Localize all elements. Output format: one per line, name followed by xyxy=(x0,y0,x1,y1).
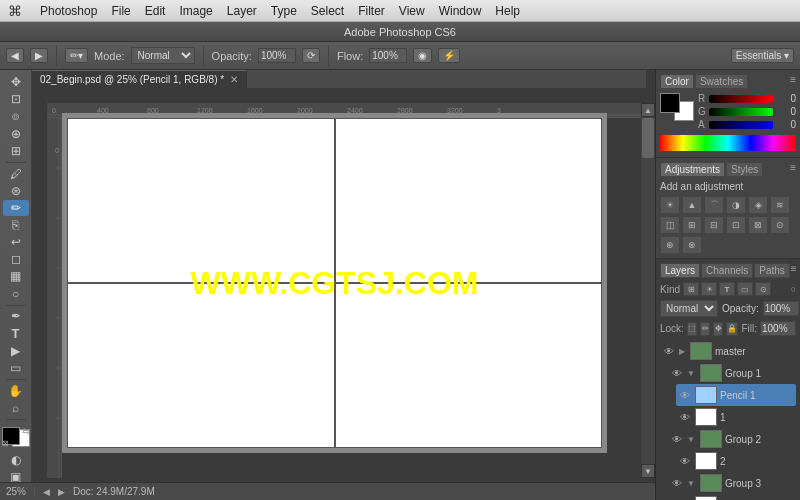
tab-styles[interactable]: Styles xyxy=(726,162,763,177)
eyedropper-tool[interactable]: 🖊 xyxy=(3,165,29,181)
adj-threshold[interactable]: ⊕ xyxy=(660,236,680,254)
scroll-down-btn[interactable]: ▼ xyxy=(641,464,655,478)
status-prev-btn[interactable]: ◀ xyxy=(43,487,50,497)
adj-posterize[interactable]: ⊙ xyxy=(770,216,790,234)
menu-layer[interactable]: Layer xyxy=(227,4,257,18)
shape-tool[interactable]: ▭ xyxy=(3,360,29,376)
mode-select[interactable]: Normal Dissolve Multiply xyxy=(131,47,195,64)
menu-edit[interactable]: Edit xyxy=(145,4,166,18)
essentials-btn[interactable]: Essentials ▾ xyxy=(731,48,794,63)
opacity-value-input[interactable] xyxy=(763,301,799,316)
tab-color[interactable]: Color xyxy=(660,74,694,89)
path-selection-tool[interactable]: ▶ xyxy=(3,343,29,359)
airbrush-btn[interactable]: ◉ xyxy=(413,48,432,63)
layer-visibility-eye[interactable]: 👁 xyxy=(678,410,692,424)
rectangular-marquee-tool[interactable]: ⊡ xyxy=(3,91,29,107)
options-forward-btn[interactable]: ▶ xyxy=(30,48,48,63)
adj-gradient-map[interactable]: ⊗ xyxy=(682,236,702,254)
move-tool[interactable]: ✥ xyxy=(3,74,29,90)
adj-photo-filter[interactable]: ⊞ xyxy=(682,216,702,234)
scroll-track[interactable] xyxy=(641,117,655,464)
lock-transparent-btn[interactable]: ⬚ xyxy=(687,322,697,336)
tab-swatches[interactable]: Swatches xyxy=(695,74,748,89)
adj-exposure[interactable]: ◑ xyxy=(726,196,746,214)
adj-panel-options-icon[interactable]: ≡ xyxy=(790,162,796,177)
list-item[interactable]: 👁 2 xyxy=(676,450,796,472)
apple-menu[interactable]: ⌘ xyxy=(8,3,22,19)
list-item[interactable]: 👁 ▼ Group 1 xyxy=(668,362,796,384)
tab-channels[interactable]: Channels xyxy=(701,263,753,278)
adj-channel-mixer[interactable]: ⊟ xyxy=(704,216,724,234)
options-back-btn[interactable]: ◀ xyxy=(6,48,24,63)
list-item[interactable]: 👁 1 xyxy=(676,406,796,428)
color-spectrum-bar[interactable] xyxy=(660,135,796,151)
green-slider-track[interactable] xyxy=(709,108,773,116)
adj-vibrance[interactable]: ◈ xyxy=(748,196,768,214)
history-brush-tool[interactable]: ↩ xyxy=(3,234,29,250)
brush-preset-picker[interactable]: ✏▾ xyxy=(65,48,88,63)
brush-tool[interactable]: ✏ xyxy=(3,200,29,216)
menu-image[interactable]: Image xyxy=(179,4,212,18)
list-item[interactable]: 👁 3 xyxy=(676,494,796,500)
menu-type[interactable]: Type xyxy=(271,4,297,18)
lock-pixels-btn[interactable]: ✏ xyxy=(700,322,710,336)
document-canvas-container[interactable]: WWW.CGTSJ.COM xyxy=(62,113,607,453)
adj-invert[interactable]: ⊠ xyxy=(748,216,768,234)
filter-adj-icon[interactable]: ☀ xyxy=(701,282,717,296)
gradient-tool[interactable]: ▦ xyxy=(3,268,29,284)
spot-heal-tool[interactable]: ⊛ xyxy=(3,183,29,199)
adj-levels[interactable]: ▲ xyxy=(682,196,702,214)
zoom-tool[interactable]: ⌕ xyxy=(3,400,29,416)
tab-close-icon[interactable]: ✕ xyxy=(230,74,238,85)
red-slider-track[interactable] xyxy=(709,95,773,103)
scroll-up-btn[interactable]: ▲ xyxy=(641,103,655,117)
adj-brightness[interactable]: ☀ xyxy=(660,196,680,214)
filter-shape-icon[interactable]: ▭ xyxy=(737,282,753,296)
layer-visibility-eye[interactable]: 👁 xyxy=(662,344,676,358)
adj-hsl[interactable]: ≋ xyxy=(770,196,790,214)
layer-visibility-eye[interactable]: 👁 xyxy=(670,366,684,380)
crop-tool[interactable]: ⊞ xyxy=(3,143,29,159)
menu-photoshop[interactable]: Photoshop xyxy=(40,4,97,18)
menu-help[interactable]: Help xyxy=(495,4,520,18)
tab-adjustments[interactable]: Adjustments xyxy=(660,162,725,177)
swap-colors-icon[interactable]: ⇆ xyxy=(22,426,30,436)
adj-curves[interactable]: ⌒ xyxy=(704,196,724,214)
scroll-thumb[interactable] xyxy=(642,118,654,158)
layer-visibility-eye[interactable]: 👁 xyxy=(670,432,684,446)
vertical-scrollbar[interactable]: ▲ ▼ xyxy=(641,103,655,478)
adj-color-lookup[interactable]: ⊡ xyxy=(726,216,746,234)
quick-mask-btn[interactable]: ◐ xyxy=(3,452,29,468)
dodge-tool[interactable]: ○ xyxy=(3,286,29,302)
pen-tool[interactable]: ✒ xyxy=(3,308,29,324)
quick-selection-tool[interactable]: ⊕ xyxy=(3,125,29,141)
menu-view[interactable]: View xyxy=(399,4,425,18)
fg-color-box[interactable] xyxy=(660,93,680,113)
flow-input[interactable] xyxy=(369,48,407,63)
canvas-workspace[interactable]: 0 400 800 1200 1600 2000 2400 2800 3200 … xyxy=(47,103,646,478)
filter-type-icon[interactable]: T xyxy=(719,282,735,296)
blue-slider-track[interactable] xyxy=(709,121,773,129)
text-tool[interactable]: T xyxy=(3,326,29,342)
lock-position-btn[interactable]: ✥ xyxy=(713,322,723,336)
opacity-input[interactable] xyxy=(258,48,296,63)
default-colors-icon[interactable]: ⊠ xyxy=(2,439,9,448)
menu-select[interactable]: Select xyxy=(311,4,344,18)
adj-color-balance[interactable]: ◫ xyxy=(660,216,680,234)
layers-panel-options-icon[interactable]: ≡ xyxy=(791,263,797,278)
tab-paths[interactable]: Paths xyxy=(754,263,790,278)
zoom-level[interactable]: 25% xyxy=(6,486,26,497)
list-item[interactable]: 👁 ▼ Group 3 xyxy=(668,472,796,494)
lock-all-btn[interactable]: 🔒 xyxy=(726,322,738,336)
opacity-toggle[interactable]: ⟳ xyxy=(302,48,320,63)
color-panel-options-icon[interactable]: ≡ xyxy=(790,74,796,89)
clone-stamp-tool[interactable]: ⎘ xyxy=(3,217,29,233)
lasso-tool[interactable]: ⌾ xyxy=(3,108,29,124)
pressure-btn[interactable]: ⚡ xyxy=(438,48,460,63)
document-tab[interactable]: 02_Begin.psd @ 25% (Pencil 1, RGB/8) * ✕ xyxy=(32,70,247,88)
blend-mode-select[interactable]: Normal Multiply Screen xyxy=(660,300,718,317)
list-item[interactable]: 👁 ▼ Group 2 xyxy=(668,428,796,450)
menu-file[interactable]: File xyxy=(111,4,130,18)
menu-filter[interactable]: Filter xyxy=(358,4,385,18)
layer-visibility-eye[interactable]: 👁 xyxy=(670,476,684,490)
